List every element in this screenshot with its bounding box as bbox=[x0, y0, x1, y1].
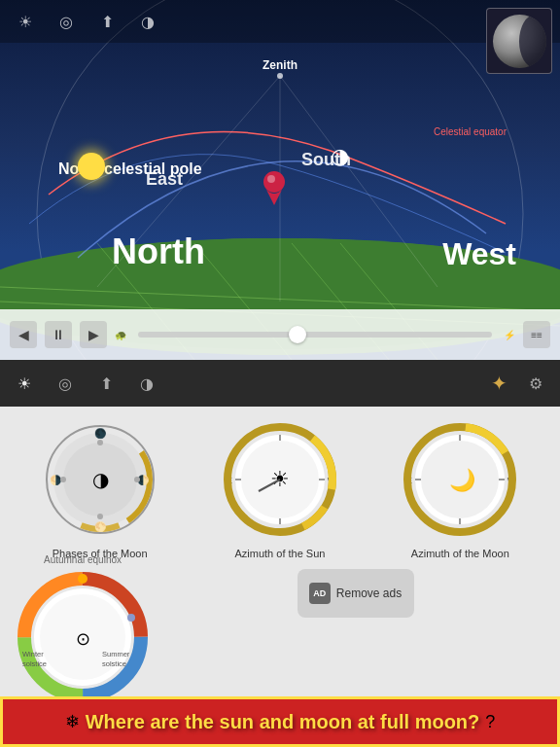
moon-phases-dial-container: 🌑 🌓 🌕 🌗 ◑ Phases of the Moon bbox=[42, 421, 158, 559]
toolbar-sun-icon[interactable]: ☀ bbox=[12, 371, 37, 396]
zenith-label: Zenith bbox=[262, 58, 298, 72]
dials-row: 🌑 🌓 🌕 🌗 ◑ Phases of the Moon bbox=[0, 407, 560, 564]
settings-small-button[interactable]: ≡≡ bbox=[523, 321, 550, 348]
moon-azimuth-label: Azimuth of the Moon bbox=[411, 548, 509, 559]
moon-azimuth-dial[interactable]: S W E 🌙 bbox=[402, 421, 518, 538]
annual-right: AD Remove ads bbox=[165, 569, 545, 618]
north-label: North bbox=[112, 231, 205, 272]
svg-point-63 bbox=[127, 614, 135, 622]
svg-point-14 bbox=[267, 175, 275, 183]
sun-azimuth-label: Azimuth of the Sun bbox=[235, 548, 326, 559]
observer-pin bbox=[262, 170, 286, 209]
svg-point-28 bbox=[60, 477, 66, 482]
svg-point-26 bbox=[134, 477, 140, 482]
bottom-panel: 🌑 🌓 🌕 🌗 ◑ Phases of the Moon bbox=[0, 407, 560, 747]
banner-text: Where are the sun and moon at full moon? bbox=[86, 711, 480, 733]
ad-badge: AD bbox=[309, 583, 331, 604]
speed-slider[interactable] bbox=[138, 325, 492, 344]
svg-text:☀: ☀ bbox=[270, 467, 290, 491]
speed-fast-icon: ⚡ bbox=[504, 330, 515, 340]
sun-mode-icon[interactable]: ☀ bbox=[12, 8, 39, 35]
svg-line-11 bbox=[280, 76, 438, 287]
moon-thumbnail[interactable] bbox=[486, 8, 552, 74]
svg-text:solstice: solstice bbox=[102, 659, 126, 668]
speed-track bbox=[138, 332, 492, 338]
toolbar-gear-icon[interactable]: ⚙ bbox=[523, 371, 548, 396]
svg-text:🌕: 🌕 bbox=[94, 520, 107, 533]
svg-point-9 bbox=[277, 73, 283, 79]
moon-phase-image bbox=[493, 15, 546, 68]
sun-azimuth-dial[interactable]: S W E ☀ bbox=[222, 421, 338, 538]
banner-left-icon: ❄ bbox=[65, 711, 80, 732]
top-icon-bar: ☀ ◎ ⬆ ◑ bbox=[0, 0, 560, 43]
svg-text:🌑: 🌑 bbox=[94, 427, 107, 440]
moon-mode-icon[interactable]: ◑ bbox=[134, 8, 161, 35]
svg-text:◑: ◑ bbox=[91, 469, 108, 490]
annual-dial[interactable]: Winter solstice Summer solstice ⊙ bbox=[15, 569, 151, 705]
toolbar-sun-glow-icon[interactable]: ✦ bbox=[486, 371, 511, 396]
svg-point-13 bbox=[263, 171, 285, 193]
svg-point-27 bbox=[97, 514, 103, 519]
playback-controls: ◀ ⏸ ▶ 🐢 ⚡ ≡≡ bbox=[0, 309, 560, 360]
svg-text:Winter: Winter bbox=[22, 650, 44, 658]
toolbar-arrow-icon[interactable]: ⬆ bbox=[93, 371, 119, 396]
sun-object bbox=[78, 153, 105, 180]
prev-button[interactable]: ◀ bbox=[10, 321, 37, 348]
svg-point-62 bbox=[78, 574, 88, 584]
next-button[interactable]: ▶ bbox=[80, 321, 107, 348]
toolbar-circle-icon[interactable]: ◎ bbox=[52, 371, 78, 396]
annual-section: Autumnal equinox bbox=[0, 564, 560, 710]
svg-text:solstice: solstice bbox=[22, 659, 47, 668]
svg-point-25 bbox=[97, 440, 103, 445]
east-label: East bbox=[146, 169, 183, 190]
bottom-banner: ❄ Where are the sun and moon at full moo… bbox=[0, 696, 560, 747]
svg-line-3 bbox=[0, 287, 560, 311]
toolbar-right-icons: ✦ ⚙ bbox=[486, 371, 548, 396]
camera-icon[interactable]: ◎ bbox=[52, 8, 80, 35]
banner-right-icon: ? bbox=[485, 712, 495, 732]
celestial-equator-label: Celestial equator bbox=[434, 126, 507, 137]
west-label: West bbox=[442, 236, 516, 272]
speed-thumb bbox=[289, 326, 306, 343]
toolbar-left-icons: ☀ ◎ ⬆ ◑ bbox=[12, 371, 159, 396]
toolbar: ☀ ◎ ⬆ ◑ ✦ ⚙ bbox=[0, 360, 560, 407]
south-label: South bbox=[301, 150, 351, 170]
sky-view: ☀ ◎ ⬆ ◑ Zen bbox=[0, 0, 560, 360]
pause-button[interactable]: ⏸ bbox=[45, 321, 72, 348]
svg-text:🌙: 🌙 bbox=[449, 467, 476, 493]
remove-ads-button[interactable]: AD Remove ads bbox=[298, 569, 414, 618]
sun-azimuth-dial-container: S W E ☀ bbox=[222, 421, 338, 559]
remove-ads-label: Remove ads bbox=[336, 587, 402, 600]
location-icon[interactable]: ⬆ bbox=[93, 8, 121, 35]
moon-azimuth-dial-container: S W E 🌙 bbox=[402, 421, 518, 559]
toolbar-moon-icon[interactable]: ◑ bbox=[134, 371, 159, 396]
moon-phases-dial[interactable]: 🌑 🌓 🌕 🌗 ◑ bbox=[42, 421, 158, 538]
annual-title: Autumnal equinox bbox=[44, 554, 122, 565]
svg-text:⊙: ⊙ bbox=[76, 629, 90, 649]
speed-slow-icon: 🐢 bbox=[115, 330, 126, 340]
svg-text:Summer: Summer bbox=[102, 650, 130, 658]
